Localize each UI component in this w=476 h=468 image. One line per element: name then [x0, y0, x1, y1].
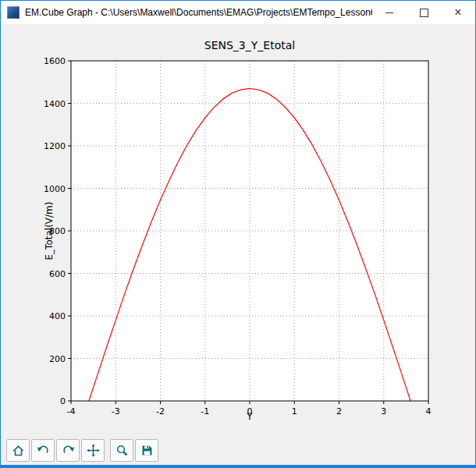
save-icon — [140, 444, 154, 457]
y-tick-label: 1400 — [44, 99, 66, 109]
y-tick-label: 600 — [49, 269, 66, 279]
y-tick-label: 200 — [49, 354, 66, 364]
toolbar-save-button[interactable] — [135, 439, 158, 462]
forward-icon — [62, 444, 75, 457]
y-tick-label: 1200 — [44, 141, 66, 151]
toolbar-pan-button[interactable] — [81, 439, 105, 462]
toolbar-home-button[interactable] — [6, 439, 30, 462]
titlebar[interactable]: EM.Cube Graph - C:\Users\Maxwell\Documen… — [1, 1, 475, 24]
chart-toolbar — [1, 435, 475, 465]
y-tick-label: 1000 — [44, 184, 66, 194]
minimize-icon — [385, 12, 393, 13]
y-tick-label: 1600 — [44, 56, 66, 66]
y-tick-label: 400 — [49, 311, 66, 321]
x-axis-label: Y — [71, 411, 428, 422]
maximize-icon — [420, 9, 428, 17]
toolbar-back-button[interactable] — [31, 439, 55, 462]
y-axis-label: E_Total(V/m) — [44, 202, 55, 261]
toolbar-forward-button[interactable] — [56, 439, 80, 462]
app-icon — [7, 6, 20, 19]
toolbar-zoom-button[interactable] — [110, 439, 133, 462]
zoom-icon — [115, 444, 129, 457]
chart-title: SENS_3_Y_Etotal — [71, 39, 428, 51]
back-icon — [37, 444, 50, 457]
pan-icon — [87, 444, 100, 457]
minimize-button[interactable] — [372, 1, 407, 24]
plot-area[interactable]: -4-3-2-101234020040060080010001200140016… — [1, 24, 475, 422]
home-icon — [12, 444, 25, 457]
window-controls: × — [372, 1, 475, 24]
chart-figure: -4-3-2-101234020040060080010001200140016… — [1, 24, 475, 435]
app-window: EM.Cube Graph - C:\Users\Maxwell\Documen… — [0, 0, 476, 468]
window-title: EM.Cube Graph - C:\Users\Maxwell\Documen… — [25, 7, 372, 18]
maximize-button[interactable] — [407, 1, 441, 24]
close-icon: × — [454, 6, 461, 19]
close-button[interactable]: × — [441, 1, 475, 24]
y-tick-label: 0 — [60, 396, 66, 406]
